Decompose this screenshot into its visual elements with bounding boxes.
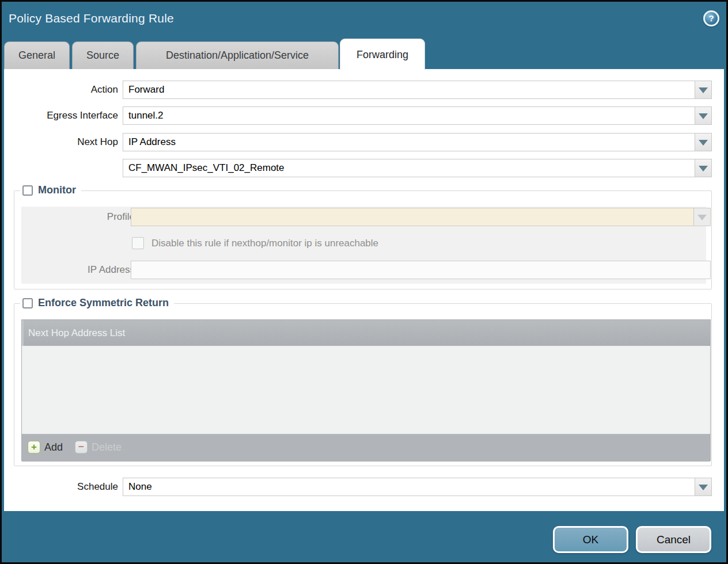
schedule-value: None [128,478,689,496]
monitor-fieldset: Monitor Profile Disable this rule if nex… [14,190,712,289]
cancel-button[interactable]: Cancel [636,526,711,553]
add-button-label: Add [44,441,63,454]
tab-source[interactable]: Source [72,41,134,69]
monitor-title: Monitor [38,184,76,196]
next-hop-select[interactable]: IP Address [123,133,712,151]
chevron-down-icon [699,166,708,172]
action-label: Action [4,81,118,99]
egress-interface-label: Egress Interface [4,106,118,125]
next-hop-address-value: CF_MWAN_IPsec_VTI_02_Remote [128,159,689,177]
egress-interface-select[interactable]: tunnel.2 [123,106,712,125]
symmetric-return-legend: Enforce Symmetric Return [20,297,174,309]
monitor-ip-address-input [131,261,711,279]
chevron-down-icon [699,113,708,119]
next-hop-dropdown-button[interactable] [695,134,711,151]
next-hop-label: Next Hop [4,133,118,151]
tab-destination-application-service[interactable]: Destination/Application/Service [136,41,339,69]
next-hop-address-select[interactable]: CF_MWAN_IPsec_VTI_02_Remote [123,159,712,177]
chevron-down-icon [699,87,708,93]
delete-button-label: Delete [92,441,122,454]
schedule-select[interactable]: None [123,478,712,496]
chevron-down-icon [699,485,708,490]
table-header-row[interactable]: Next Hop Address List [22,320,710,346]
profile-label: Profile [22,208,135,226]
dialog-title: Policy Based Forwarding Rule [9,12,174,25]
plus-icon: + [28,441,40,454]
disable-rule-checkbox [132,237,144,249]
egress-interface-value: tunnel.2 [128,107,689,124]
profile-select-disabled [131,208,711,226]
monitor-ip-address-label: IP Address [22,261,135,279]
ok-button[interactable]: OK [553,526,628,553]
action-value: Forward [128,81,689,98]
tab-general[interactable]: General [4,41,70,69]
table-body-empty[interactable] [22,346,710,434]
monitor-checkbox[interactable] [22,185,33,196]
action-dropdown-button[interactable] [695,81,711,98]
schedule-dropdown-button[interactable] [695,478,711,496]
minus-icon: − [75,441,88,454]
egress-dropdown-button[interactable] [695,107,711,124]
delete-button: − Delete [75,441,122,454]
enforce-symmetric-return-checkbox[interactable] [22,298,33,308]
symmetric-return-fieldset: Enforce Symmetric Return Next Hop Addres… [14,303,712,466]
next-hop-value: IP Address [128,134,689,151]
action-select[interactable]: Forward [123,81,712,99]
monitor-legend: Monitor [20,184,81,196]
profile-dropdown-button [693,208,710,226]
pbf-rule-dialog: Policy Based Forwarding Rule ? General S… [0,0,728,564]
chevron-down-icon [699,140,708,146]
table-footer-bar: + Add − Delete [22,434,710,462]
help-icon[interactable]: ? [703,10,719,26]
disable-rule-label: Disable this rule if nexthop/monitor ip … [151,237,378,250]
next-hop-address-dropdown-button[interactable] [695,159,711,177]
add-button[interactable]: + Add [28,441,63,454]
tab-forwarding[interactable]: Forwarding [340,39,425,70]
forwarding-tab-panel: Action Forward Egress Interface tunnel.2… [4,69,724,511]
next-hop-address-list-header: Next Hop Address List [24,320,710,346]
enforce-symmetric-return-title: Enforce Symmetric Return [38,297,169,309]
schedule-label: Schedule [4,478,118,496]
next-hop-address-table: Next Hop Address List + Add − Delete [21,319,711,461]
chevron-down-icon [697,215,707,220]
